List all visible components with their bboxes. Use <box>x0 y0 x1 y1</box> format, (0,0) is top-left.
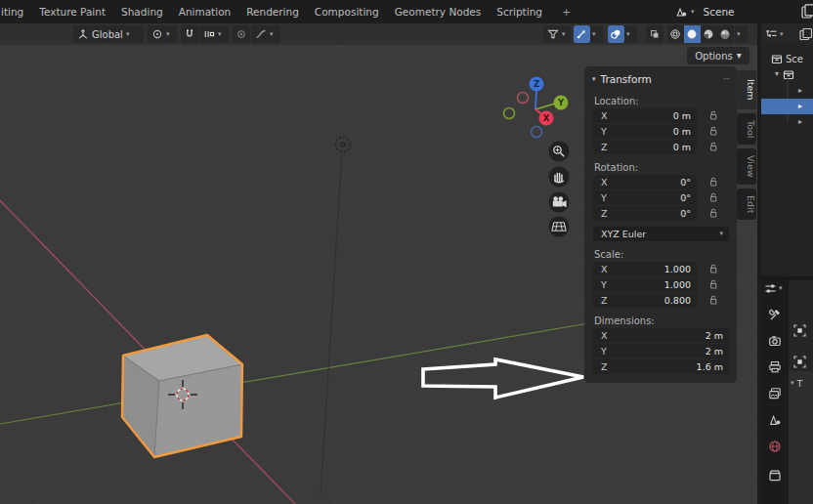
light-object[interactable] <box>336 138 351 152</box>
outliner-mode-arrow[interactable]: ▾ <box>780 31 784 38</box>
zoom-tool-button[interactable] <box>549 142 570 162</box>
dimensions-y-field[interactable]: Y2 m <box>593 344 729 358</box>
proportional-edit-toggle[interactable] <box>233 25 250 43</box>
show-gizmo-toggle[interactable] <box>574 25 590 43</box>
rotation-x-field[interactable]: X0° <box>593 175 697 189</box>
lock-icon[interactable] <box>708 295 719 306</box>
scene-properties-tab[interactable] <box>768 413 782 427</box>
world-properties-tab[interactable] <box>768 440 782 453</box>
lock-icon[interactable] <box>708 279 719 290</box>
add-workspace-button[interactable]: + <box>562 6 571 19</box>
material-preview-icon <box>703 28 714 40</box>
shading-material-button[interactable] <box>701 25 717 43</box>
shading-rendered-button[interactable] <box>717 25 734 43</box>
location-y-field[interactable]: Y0 m <box>593 124 697 139</box>
workspace-tab-scripting[interactable]: Scripting <box>496 6 542 18</box>
pivot-point-dropdown[interactable]: ▾ <box>148 25 177 43</box>
workspace-tab-editing[interactable]: iting <box>1 6 23 18</box>
new-scene-icon[interactable] <box>801 4 813 20</box>
lock-icon[interactable] <box>708 110 719 121</box>
workspace-tab-rendering[interactable]: Rendering <box>246 6 299 18</box>
lock-icon[interactable] <box>708 264 719 274</box>
collapse-triangle-icon[interactable]: ▾ <box>775 70 779 78</box>
transform-panel: ▾ Transform ···· Location: X0 m Y0 m Z0 … <box>584 66 737 383</box>
snap-with-dropdown[interactable]: ▾ <box>199 25 229 43</box>
falloff-dropdown[interactable]: ▾ <box>251 25 280 43</box>
render-properties-tab[interactable] <box>768 334 782 348</box>
transform-orientation-dropdown[interactable]: Global ▾ <box>73 25 144 43</box>
outliner-object-row-light[interactable]: ▸ <box>761 114 813 130</box>
panel-drag-dots[interactable]: ···· <box>723 75 729 84</box>
workspace-tab-geometry-nodes[interactable]: Geometry Nodes <box>395 6 482 18</box>
scale-y-field[interactable]: Y1.000 <box>593 277 697 292</box>
outliner-object-row-cube-selected[interactable]: ▸ <box>761 99 813 114</box>
expand-triangle-icon[interactable]: ▸ <box>798 103 802 110</box>
snap-toggle[interactable] <box>181 25 198 43</box>
show-overlays-toggle[interactable] <box>608 25 624 43</box>
orientation-label: Global <box>92 29 123 40</box>
scene-icon[interactable] <box>674 5 688 19</box>
rotation-fields: X0° Y0° Z0° <box>584 175 737 221</box>
workspace-tab-compositing[interactable]: Compositing <box>315 6 379 18</box>
scene-name-field[interactable]: Scene <box>704 6 735 18</box>
properties-editor-type-button[interactable]: ▾ <box>764 282 783 295</box>
scene-dropdown-arrow[interactable]: ▾ <box>691 9 695 16</box>
camera-view-button[interactable] <box>549 192 570 213</box>
location-x-field[interactable]: X0 m <box>593 108 697 123</box>
lock-icon[interactable] <box>708 142 719 152</box>
gizmo-neg-z-ball[interactable] <box>532 127 542 138</box>
rotation-mode-dropdown[interactable]: XYZ Euler ▾ <box>593 227 729 241</box>
object-selector-icon[interactable] <box>792 323 807 338</box>
gizmo-dropdown[interactable]: ▾ <box>590 25 603 43</box>
cube-object[interactable] <box>122 335 242 457</box>
lock-icon[interactable] <box>708 192 719 203</box>
gizmo-neg-x-ball[interactable] <box>518 93 529 104</box>
object-visibility-dropdown[interactable]: ▾ <box>543 25 571 43</box>
collection-properties-tab[interactable] <box>768 469 782 483</box>
gizmo-neg-y-ball[interactable] <box>504 108 515 119</box>
magnet-icon <box>185 28 194 40</box>
axis-label: Y <box>601 126 607 137</box>
lock-icon[interactable] <box>708 126 719 137</box>
location-z-field[interactable]: Z0 m <box>593 140 697 154</box>
properties-transform-panel-header[interactable]: ▾ T <box>791 378 802 389</box>
expand-triangle-icon[interactable]: ▸ <box>798 87 802 95</box>
field-value: 0° <box>680 208 691 219</box>
navigation-gizmo[interactable]: Z Y X <box>504 77 569 138</box>
output-properties-tab[interactable] <box>768 360 782 374</box>
workspace-tab-animation[interactable]: Animation <box>179 6 232 18</box>
transform-panel-header[interactable]: ▾ Transform ···· <box>584 70 737 88</box>
dimensions-x-field[interactable]: X2 m <box>593 328 729 343</box>
xray-toggle[interactable] <box>646 25 663 43</box>
lock-icon[interactable] <box>708 177 719 188</box>
tool-properties-tab[interactable] <box>768 308 782 321</box>
shading-wireframe-button[interactable] <box>667 25 684 43</box>
tab-item[interactable]: Item <box>737 70 756 109</box>
outliner-scene-collection-row[interactable]: Sce <box>761 51 813 66</box>
options-button[interactable]: Options ▾ <box>687 47 749 64</box>
rotation-y-field[interactable]: Y0° <box>593 190 697 205</box>
field-value: 2 m <box>706 346 723 357</box>
outliner-object-row-camera[interactable]: ▸ <box>761 83 813 99</box>
overlays-icon <box>610 28 621 40</box>
expand-triangle-icon[interactable]: ▸ <box>798 118 802 126</box>
dimensions-z-field[interactable]: Z1.6 m <box>593 359 729 374</box>
overlays-dropdown[interactable]: ▾ <box>624 25 637 43</box>
tab-tool[interactable]: Tool <box>737 113 756 145</box>
pan-tool-button[interactable] <box>549 167 570 188</box>
shading-dropdown[interactable]: ▾ <box>735 25 748 43</box>
workspace-tab-shading[interactable]: Shading <box>121 6 163 18</box>
tab-edit[interactable]: Edit <box>737 189 756 220</box>
view-layer-properties-tab[interactable] <box>768 387 782 400</box>
scale-z-field[interactable]: Z0.800 <box>593 293 697 308</box>
tab-view[interactable]: View <box>737 148 756 185</box>
shading-solid-button[interactable] <box>684 25 701 43</box>
lock-icon[interactable] <box>708 208 719 219</box>
workspace-tab-texture-paint[interactable]: Texture Paint <box>39 6 106 18</box>
rotation-z-field[interactable]: Z0° <box>593 206 697 221</box>
scale-x-field[interactable]: X1.000 <box>593 262 697 276</box>
outliner-editor-icon[interactable] <box>765 28 778 41</box>
orthographic-grid-button[interactable] <box>549 217 570 237</box>
outliner-filter-icon[interactable] <box>799 28 813 41</box>
object-data-selector-icon[interactable] <box>792 355 807 369</box>
